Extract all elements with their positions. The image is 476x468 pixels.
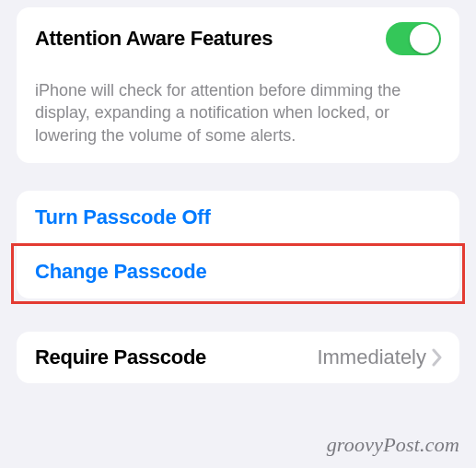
require-passcode-button[interactable]: Require Passcode Immediately	[17, 332, 459, 383]
chevron-right-icon	[432, 348, 443, 367]
attention-aware-title: Attention Aware Features	[35, 27, 273, 51]
require-passcode-right: Immediately	[317, 345, 443, 369]
turn-passcode-off-button[interactable]: Turn Passcode Off	[17, 191, 459, 244]
change-passcode-label: Change Passcode	[35, 260, 207, 284]
watermark-text: groovyPost.com	[327, 433, 459, 457]
passcode-actions-group: Turn Passcode Off Change Passcode	[17, 191, 459, 298]
require-passcode-label: Require Passcode	[35, 345, 206, 369]
attention-aware-description: iPhone will check for attention before d…	[17, 70, 459, 163]
turn-passcode-off-label: Turn Passcode Off	[35, 205, 211, 229]
require-passcode-group: Require Passcode Immediately	[17, 332, 459, 383]
require-passcode-value: Immediately	[317, 345, 426, 369]
attention-aware-toggle[interactable]	[386, 22, 441, 55]
attention-aware-row: Attention Aware Features	[17, 7, 459, 70]
attention-aware-group: Attention Aware Features iPhone will che…	[17, 7, 459, 163]
change-passcode-button[interactable]: Change Passcode	[17, 244, 459, 298]
toggle-knob	[410, 24, 439, 53]
